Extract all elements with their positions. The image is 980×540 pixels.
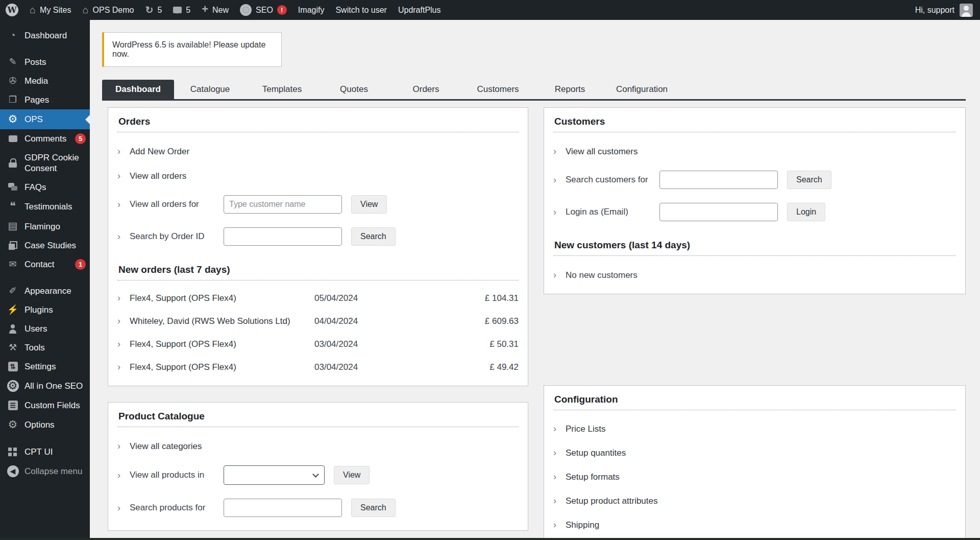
media-icon bbox=[6, 76, 19, 86]
chevron-right-icon bbox=[117, 146, 130, 157]
sidebar-item-gdpr-cookie-consent[interactable]: GDPR Cookie Consent bbox=[0, 148, 90, 178]
seo-gear-icon bbox=[240, 4, 252, 16]
search-order-id-label: Search by Order ID bbox=[130, 231, 224, 242]
tab-templates[interactable]: Templates bbox=[246, 80, 318, 99]
updraftplus-menu[interactable]: UpdraftPlus bbox=[393, 0, 447, 20]
chevron-right-icon bbox=[117, 441, 130, 452]
aioseo-gear-icon bbox=[6, 380, 19, 392]
sidebar-item-testimonials[interactable]: Testimonials bbox=[0, 197, 90, 217]
wordpress-logo-menu[interactable]: W bbox=[0, 0, 24, 20]
order-customer-link[interactable]: Flex4, Support (OPS Flex4) bbox=[130, 362, 314, 372]
comment-bubble-icon bbox=[173, 7, 182, 13]
sidebar-item-contact[interactable]: Contact 1 bbox=[0, 255, 90, 274]
tab-dashboard[interactable]: Dashboard bbox=[102, 80, 174, 99]
view-all-customers-link[interactable]: View all customers bbox=[566, 147, 638, 157]
chevron-right-icon bbox=[117, 293, 130, 303]
sidebar-item-flamingo[interactable]: Flamingo bbox=[0, 217, 90, 236]
category-select[interactable] bbox=[224, 465, 325, 485]
seo-menu[interactable]: SEO ! bbox=[234, 0, 292, 20]
tab-orders[interactable]: Orders bbox=[390, 80, 462, 99]
setup-formats-link[interactable]: Setup formats bbox=[566, 472, 620, 482]
collapse-arrow-icon: ◀ bbox=[6, 465, 19, 477]
sidebar-item-dashboard[interactable]: Dashboard bbox=[0, 26, 90, 45]
sidebar-item-ops[interactable]: OPS bbox=[0, 109, 90, 129]
config-link-row: Shipping bbox=[553, 520, 956, 530]
config-link-row: Price Lists bbox=[553, 424, 956, 434]
shipping-link[interactable]: Shipping bbox=[566, 520, 599, 530]
sidebar-item-options[interactable]: Options bbox=[0, 415, 90, 435]
search-order-button[interactable]: Search bbox=[351, 227, 396, 246]
order-customer-link[interactable]: Whiteley, David (RWS Web Solutions Ltd) bbox=[130, 316, 314, 326]
order-date: 03/04/2024 bbox=[314, 362, 442, 372]
setup-quantities-link[interactable]: Setup quantites bbox=[566, 448, 626, 458]
pages-icon bbox=[6, 95, 19, 105]
tab-reports[interactable]: Reports bbox=[534, 80, 606, 99]
search-products-row: Search products for Search bbox=[117, 499, 519, 517]
search-customers-button[interactable]: Search bbox=[787, 171, 831, 189]
left-column: Orders Add New Order View all orders Vie… bbox=[108, 107, 528, 531]
sidebar-item-users[interactable]: Users bbox=[0, 319, 90, 338]
chevron-right-icon bbox=[117, 362, 130, 372]
view-orders-button[interactable]: View bbox=[351, 195, 387, 214]
photo-stack-icon bbox=[6, 241, 19, 250]
chevron-right-icon bbox=[117, 470, 130, 481]
order-customer-link[interactable]: Flex4, Support (OPS Flex4) bbox=[130, 339, 314, 349]
view-products-button[interactable]: View bbox=[334, 466, 370, 484]
search-products-button[interactable]: Search bbox=[351, 499, 396, 517]
new-content-menu[interactable]: New bbox=[196, 0, 234, 20]
tab-catalogue[interactable]: Catalogue bbox=[174, 80, 246, 99]
view-all-categories-link[interactable]: View all categories bbox=[130, 441, 202, 452]
login-email-input[interactable] bbox=[659, 203, 778, 221]
sidebar-item-media[interactable]: Media bbox=[0, 72, 90, 90]
tab-customers[interactable]: Customers bbox=[462, 80, 534, 99]
updraftplus-label: UpdraftPlus bbox=[398, 6, 441, 15]
tab-quotes[interactable]: Quotes bbox=[318, 80, 390, 99]
comments-menu[interactable]: 5 bbox=[167, 0, 196, 20]
wordpress-version-link[interactable]: WordPress 6.5 bbox=[112, 40, 166, 49]
sidebar-item-cpt-ui[interactable]: CPT UI bbox=[0, 442, 90, 461]
imagify-menu[interactable]: Imagify bbox=[292, 0, 330, 20]
collapse-menu-button[interactable]: ◀ Collapse menu bbox=[0, 461, 90, 481]
chevron-right-icon bbox=[553, 270, 566, 280]
config-link-row: Setup product attributes bbox=[553, 496, 956, 506]
view-all-orders-link[interactable]: View all orders bbox=[130, 171, 186, 181]
customer-name-input[interactable] bbox=[224, 195, 342, 214]
sidebar-item-appearance[interactable]: Appearance bbox=[0, 281, 90, 300]
sidebar-item-pages[interactable]: Pages bbox=[0, 90, 90, 109]
notice-text: is available! bbox=[168, 40, 211, 49]
custom-fields-icon: ☰ bbox=[6, 401, 19, 410]
account-menu[interactable]: Hi, support bbox=[908, 0, 980, 20]
order-id-input[interactable] bbox=[224, 227, 342, 246]
my-sites-menu[interactable]: My Sites bbox=[24, 0, 77, 20]
updates-menu[interactable]: 5 bbox=[139, 0, 167, 20]
sidebar-item-plugins[interactable]: Plugins bbox=[0, 300, 90, 319]
updates-icon bbox=[145, 4, 153, 16]
order-customer-link[interactable]: Flex4, Support (OPS Flex4) bbox=[130, 293, 314, 303]
price-lists-link[interactable]: Price Lists bbox=[566, 424, 605, 434]
sidebar-item-case-studies[interactable]: Case Studies bbox=[0, 236, 90, 255]
dashboard-panels: Orders Add New Order View all orders Vie… bbox=[108, 107, 966, 540]
add-new-order-link[interactable]: Add New Order bbox=[130, 147, 189, 157]
product-search-input[interactable] bbox=[224, 499, 342, 517]
sidebar-item-posts[interactable]: Posts bbox=[0, 53, 90, 72]
orders-panel: Orders Add New Order View all orders Vie… bbox=[108, 107, 528, 386]
switch-to-user-menu[interactable]: Switch to user bbox=[330, 0, 392, 20]
sidebar-item-tools[interactable]: Tools bbox=[0, 338, 90, 357]
site-name-menu[interactable]: OPS Demo bbox=[77, 0, 139, 20]
setup-product-attributes-link[interactable]: Setup product attributes bbox=[566, 496, 658, 506]
sidebar-item-comments[interactable]: Comments 5 bbox=[0, 129, 90, 148]
login-button[interactable]: Login bbox=[787, 203, 825, 221]
customers-panel: Customers View all customers Search cust… bbox=[544, 107, 966, 294]
tab-configuration[interactable]: Configuration bbox=[606, 80, 678, 99]
admin-bar: W My Sites OPS Demo 5 5 New SEO ! Imagif… bbox=[0, 0, 980, 20]
sidebar-item-faqs[interactable]: FAQs bbox=[0, 178, 90, 197]
wordpress-logo-icon: W bbox=[6, 4, 18, 16]
my-sites-label: My Sites bbox=[40, 6, 71, 15]
sidebar-item-settings[interactable]: ⇅ Settings bbox=[0, 357, 90, 376]
sidebar-item-custom-fields[interactable]: ☰ Custom Fields bbox=[0, 396, 90, 415]
add-new-order-row: Add New Order bbox=[117, 146, 519, 157]
customer-search-input[interactable] bbox=[659, 171, 778, 189]
configuration-panel: Configuration Price Lists Setup quantite… bbox=[544, 385, 966, 540]
sidebar-item-all-in-one-seo[interactable]: All in One SEO bbox=[0, 376, 90, 396]
chevron-right-icon bbox=[117, 503, 130, 513]
